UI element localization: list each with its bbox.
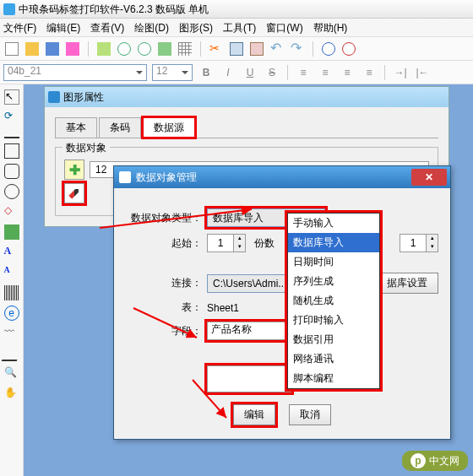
rect-tool-icon[interactable]	[4, 143, 19, 159]
menu-draw[interactable]: 绘图(D)	[134, 19, 169, 36]
spin-down-icon[interactable]: ▾	[233, 243, 245, 252]
option-net[interactable]: 网络通讯	[288, 349, 379, 369]
tab-datasource[interactable]: 数据源	[143, 117, 195, 138]
tab-basic[interactable]: 基本	[55, 117, 97, 138]
edit-data-button[interactable]	[64, 183, 84, 203]
close-button[interactable]: ✕	[411, 169, 447, 186]
start-label: 起始：	[126, 236, 202, 251]
copy-icon[interactable]	[230, 42, 243, 56]
underline-button[interactable]: U	[242, 64, 258, 81]
font-size-combo[interactable]: 12	[152, 64, 193, 81]
barcode-tool-icon[interactable]	[4, 285, 19, 300]
zoom-in-icon[interactable]	[322, 42, 335, 56]
menu-shape[interactable]: 图形(S)	[179, 19, 213, 36]
option-ref[interactable]: 数据引用	[288, 330, 379, 349]
dialog-titlebar[interactable]: 数据对象管理 ✕	[114, 166, 450, 188]
option-manual[interactable]: 手动输入	[288, 214, 379, 233]
zoom-icon[interactable]	[117, 42, 131, 56]
menu-help[interactable]: 帮助(H)	[313, 19, 348, 36]
database-icon[interactable]	[97, 42, 111, 56]
app-icon	[3, 3, 15, 15]
pencil-icon	[66, 185, 83, 202]
window-title: 中琅条码标签打印软件-V6.2.3 数码版 单机	[19, 0, 209, 19]
tab-barcode[interactable]: 条码	[99, 117, 141, 138]
copies-spinner[interactable]: ▴▾	[400, 234, 438, 252]
pointer-tool-icon[interactable]: ↖	[4, 89, 19, 105]
option-print[interactable]: 打印时输入	[288, 311, 379, 330]
pan-tool-icon[interactable]: ✋	[4, 387, 19, 402]
menu-bar: 文件(F) 编辑(E) 查看(V) 绘图(D) 图形(S) 工具(T) 窗口(W…	[0, 19, 473, 37]
bold-button[interactable]: B	[198, 64, 215, 81]
font-name-combo[interactable]: 04b_21	[3, 64, 147, 81]
roundrect-tool-icon[interactable]	[4, 164, 19, 179]
tool-palette: ↖ ⟳ ◇ A A e 〰 🔍 ✋	[0, 84, 24, 476]
cancel-button[interactable]: 取消	[289, 404, 331, 425]
work-area: ↖ ⟳ ◇ A A e 〰 🔍 ✋ 图形属性 基本 条码 数据源	[0, 84, 473, 476]
undo-icon[interactable]: ↶	[270, 42, 284, 56]
new-icon[interactable]	[5, 42, 19, 56]
dialog-icon	[119, 171, 131, 183]
option-seq[interactable]: 序列生成	[288, 272, 379, 291]
richtext-tool-icon[interactable]: A	[4, 265, 19, 280]
field-input[interactable]: 产品名称	[207, 322, 291, 340]
option-date[interactable]: 日期时间	[288, 252, 379, 272]
edit-button[interactable]: 编辑	[233, 404, 275, 425]
paste-icon[interactable]	[250, 42, 264, 56]
indent-button[interactable]: →|	[392, 64, 409, 81]
option-script[interactable]: 脚本编程	[288, 369, 379, 388]
window-titlebar: 中琅条码标签打印软件-V6.2.3 数码版 单机	[0, 0, 473, 19]
separator	[200, 41, 201, 57]
zoom-out-icon[interactable]	[342, 42, 356, 56]
sheet-label: 表：	[126, 300, 202, 315]
align-right-button[interactable]: ≡	[339, 64, 356, 81]
option-db[interactable]: 数据库导入	[288, 233, 379, 252]
italic-button[interactable]: I	[220, 64, 236, 81]
help-tool-icon[interactable]: e	[4, 306, 19, 321]
align-justify-button[interactable]: ≡	[361, 64, 378, 81]
polygon-tool-icon[interactable]: ◇	[4, 204, 19, 219]
align-left-button[interactable]: ≡	[295, 64, 312, 81]
db-settings-button[interactable]: 据库设置	[376, 273, 438, 294]
panel-title-text: 图形属性	[63, 87, 104, 107]
rotate-tool-icon[interactable]: ⟳	[4, 110, 19, 125]
curve-tool-icon[interactable]: 〰	[4, 326, 19, 341]
print-icon[interactable]	[66, 42, 79, 56]
option-rand[interactable]: 随机生成	[288, 291, 379, 311]
spin-down-icon[interactable]: ▾	[426, 243, 438, 252]
spin-up-icon[interactable]: ▴	[233, 235, 245, 243]
add-data-button[interactable]: ✚	[64, 160, 84, 180]
ellipse-tool-icon[interactable]	[4, 184, 19, 199]
image-tool-icon[interactable]	[4, 224, 19, 240]
spin-up-icon[interactable]: ▴	[426, 235, 438, 243]
line-tool-icon[interactable]	[4, 137, 19, 138]
start-spinner[interactable]: ▴▾	[207, 234, 246, 252]
menu-edit[interactable]: 编辑(E)	[46, 19, 80, 36]
panel-icon	[48, 91, 60, 103]
text-tool-icon[interactable]: A	[4, 245, 19, 260]
cut-icon[interactable]: ✂	[209, 42, 223, 56]
menu-window[interactable]: 窗口(W)	[266, 19, 302, 36]
copies-input[interactable]	[400, 235, 426, 252]
menu-file[interactable]: 文件(F)	[3, 19, 36, 36]
strike-button[interactable]: S	[264, 64, 280, 81]
font-size-value: 12	[156, 65, 167, 77]
start-input[interactable]	[208, 235, 233, 252]
refresh-icon[interactable]	[158, 42, 171, 56]
open-icon[interactable]	[25, 42, 39, 56]
type-dropdown[interactable]: 手动输入 数据库导入 日期时间 序列生成 随机生成 打印时输入 数据引用 网络通…	[287, 213, 380, 389]
zoom-fit-icon[interactable]	[138, 42, 151, 56]
panel-tabs: 基本 条码 数据源	[55, 117, 438, 138]
save-icon[interactable]	[46, 42, 59, 56]
font-name-value: 04b_21	[8, 65, 41, 77]
menu-tool[interactable]: 工具(T)	[223, 19, 256, 36]
separator	[287, 65, 288, 80]
magnify-tool-icon[interactable]: 🔍	[4, 366, 19, 381]
outdent-button[interactable]: |←	[414, 64, 431, 81]
redo-icon[interactable]: ↷	[291, 42, 304, 56]
diag-tool-icon[interactable]	[1, 346, 22, 361]
grid-icon[interactable]	[178, 42, 192, 56]
align-center-button[interactable]: ≡	[317, 64, 334, 81]
sheet-value: Sheet1	[207, 302, 239, 314]
menu-view[interactable]: 查看(V)	[90, 19, 124, 36]
watermark-icon: p	[410, 453, 426, 468]
